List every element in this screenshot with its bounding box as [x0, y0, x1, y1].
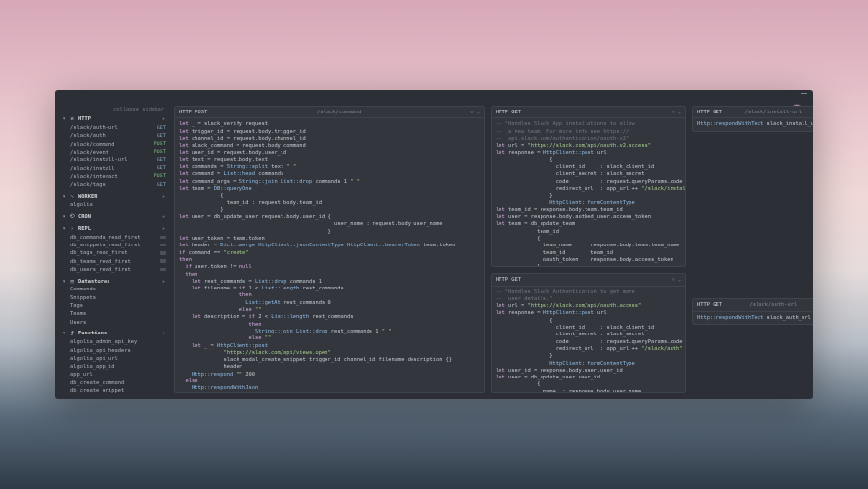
http-verb: GET: [157, 133, 166, 139]
pane-controls[interactable]: ⊖ ⌄: [672, 276, 681, 283]
pane-code[interactable]: -- "Handles Slack App installations to a…: [492, 118, 685, 266]
section-head-cron[interactable]: ▾ ⏲ CRON ＋: [59, 212, 168, 221]
section-head-datastores[interactable]: ▾ ▤ Datastores ＋: [59, 277, 168, 286]
caret-icon: ▾: [61, 330, 66, 336]
repl-icon: ›: [69, 225, 75, 232]
sidebar-item-label: Commands: [70, 286, 96, 292]
sidebar-item[interactable]: algolia_app_id: [59, 363, 168, 371]
caret-icon: ▾: [61, 278, 66, 285]
pane-header[interactable]: HTTP GET /slack/install-url ⊖ ⌄: [693, 107, 813, 118]
sidebar-item[interactable]: db_tags_read_first: [59, 249, 168, 257]
sidebar-item[interactable]: db_create_snippet: [59, 387, 168, 394]
sidebar-item-label: /slack/interact: [70, 173, 118, 180]
caret-icon: ▾: [61, 115, 66, 122]
indicator: [160, 268, 166, 272]
sidebar-item[interactable]: /slack/install-urlGET: [59, 156, 168, 164]
add-icon[interactable]: ＋: [161, 278, 166, 285]
minimize-icon[interactable]: [801, 93, 807, 94]
add-icon[interactable]: ＋: [161, 225, 166, 232]
canvas[interactable]: HTTP POST /slack/command ⊖ ⌄ let _ = sla…: [174, 106, 813, 393]
pane-install-url[interactable]: HTTP GET /slack/install-url ⊖ ⌄ Http::re…: [692, 106, 813, 132]
sidebar-item[interactable]: db_commands_read_first: [59, 233, 168, 241]
section-head-functions[interactable]: ▾ ƒ Functions ＋: [59, 329, 168, 337]
http-verb: GET: [157, 165, 166, 171]
window-body: collapse sidebar ▾ ⇄ HTTP ＋ /slack/auth-…: [55, 102, 813, 399]
section-title: Datastores: [78, 278, 109, 285]
sidebar-item[interactable]: app_url: [59, 371, 168, 378]
functions-icon: ƒ: [69, 330, 75, 336]
add-icon[interactable]: ＋: [161, 115, 166, 122]
caret-icon: ▾: [61, 213, 66, 220]
sidebar-item[interactable]: Snippets: [59, 293, 168, 301]
collapse-sidebar[interactable]: collapse sidebar: [59, 106, 168, 112]
sidebar-item[interactable]: /slack/authGET: [59, 132, 168, 140]
indicator: [160, 244, 166, 247]
sidebar-item-label: /slack/install-url: [70, 156, 127, 163]
sidebar-item-label: app_url: [70, 371, 93, 378]
sidebar-item-label: /slack/auth-url: [70, 124, 118, 131]
canvas-col-right: HTTP GET /slack/install-url ⊖ ⌄ Http::re…: [692, 106, 813, 393]
pane-header[interactable]: HTTP GET ⊖ ⌄: [492, 107, 685, 118]
pane-code[interactable]: Http::respondWithText slack_auth_url 200: [693, 312, 813, 324]
pane-controls[interactable]: ⊖ ⌄: [470, 109, 480, 115]
sidebar-item[interactable]: /slack/commandPOST: [59, 140, 168, 148]
sidebar-item[interactable]: Teams: [59, 310, 168, 318]
sidebar-item[interactable]: algolia_api_url: [59, 354, 168, 362]
sidebar-item[interactable]: Tags: [59, 302, 168, 310]
pane-code[interactable]: Http::respondWithText slack_install_url …: [693, 118, 813, 130]
sidebar-item-label: algolia_api_url: [70, 355, 118, 362]
sidebar-item-label: db_tags_read_first: [70, 249, 127, 256]
pane-code[interactable]: let _ = slack_verify requestlet trigger_…: [175, 118, 484, 392]
sidebar-item[interactable]: algolia_api_headers: [59, 346, 168, 354]
sidebar-section-http: ▾ ⇄ HTTP ＋ /slack/auth-urlGET /slack/aut…: [59, 114, 168, 189]
sidebar-item[interactable]: db_create_command: [59, 378, 168, 386]
add-icon[interactable]: ＋: [161, 193, 166, 200]
sidebar-item[interactable]: algolia: [59, 200, 168, 208]
pane-meta: HTTP GET: [496, 276, 521, 283]
canvas-col-mid: HTTP GET ⊖ ⌄ -- "Handles Slack App insta…: [491, 106, 686, 393]
pane-controls[interactable]: ⊖ ⌄: [672, 109, 681, 115]
add-icon[interactable]: ＋: [161, 330, 166, 336]
cron-icon: ⏲: [69, 213, 75, 220]
caret-icon: ▾: [61, 193, 66, 200]
sidebar-item[interactable]: db_users_read_first: [59, 265, 168, 273]
pane-header[interactable]: HTTP POST /slack/command ⊖ ⌄: [175, 107, 484, 118]
pane-auth-url[interactable]: HTTP GET /slack/auth-url ⊖ ⌄ Http::respo…: [692, 298, 813, 325]
sidebar-item-label: Tags: [70, 302, 83, 309]
sidebar-item[interactable]: /slack/auth-urlGET: [59, 124, 168, 132]
section-title: WORKER: [78, 193, 97, 200]
http-verb: POST: [154, 141, 166, 147]
caret-icon: ▾: [61, 225, 66, 232]
pane-code[interactable]: -- "Handles Slack Authentication to get …: [492, 287, 685, 392]
sidebar-item[interactable]: db_snippets_read_first: [59, 241, 168, 248]
sidebar-item[interactable]: /slack/tagsGET: [59, 181, 168, 189]
pane-slack-auth[interactable]: HTTP GET ⊖ ⌄ -- "Handles Slack Authentic…: [491, 273, 686, 393]
section-head-worker[interactable]: ▾ ✎ WORKER ＋: [59, 192, 168, 200]
section-title: CRON: [78, 213, 91, 220]
sidebar-item[interactable]: /slack/eventPOST: [59, 148, 168, 156]
worker-icon: ✎: [69, 193, 75, 200]
sidebar-item[interactable]: Users: [59, 318, 168, 326]
http-verb: GET: [157, 182, 166, 188]
http-icon: ⇄: [69, 115, 75, 122]
indicator: [160, 259, 166, 263]
section-head-repl[interactable]: ▾ › REPL ＋: [59, 224, 168, 233]
sidebar-item[interactable]: /slack/installGET: [59, 164, 168, 172]
sidebar-item-label: db_snippets_read_first: [70, 242, 140, 248]
sidebar: collapse sidebar ▾ ⇄ HTTP ＋ /slack/auth-…: [59, 106, 168, 393]
sidebar-item-label: /slack/event: [70, 149, 108, 156]
sidebar-item-label: db_commands_read_first: [70, 234, 140, 241]
section-head-http[interactable]: ▾ ⇄ HTTP ＋: [59, 114, 168, 123]
sidebar-item-label: /slack/tags: [70, 181, 106, 188]
pane-slack-command[interactable]: HTTP POST /slack/command ⊖ ⌄ let _ = sla…: [174, 106, 485, 393]
sidebar-item[interactable]: /slack/interactPOST: [59, 172, 168, 180]
http-verb: GET: [157, 157, 166, 163]
pane-slack-install[interactable]: HTTP GET ⊖ ⌄ -- "Handles Slack App insta…: [491, 106, 686, 267]
sidebar-item[interactable]: Commands: [59, 286, 168, 293]
add-icon[interactable]: ＋: [161, 213, 166, 220]
pane-header[interactable]: HTTP GET /slack/auth-url ⊖ ⌄: [693, 299, 813, 311]
pane-header[interactable]: HTTP GET ⊖ ⌄: [492, 274, 685, 286]
sidebar-item[interactable]: algolia_admin_api_key: [59, 338, 168, 346]
sidebar-section-datastores: ▾ ▤ Datastores ＋ Commands Snippets Tags …: [59, 277, 168, 327]
sidebar-item[interactable]: db_teams_read_first: [59, 257, 168, 265]
